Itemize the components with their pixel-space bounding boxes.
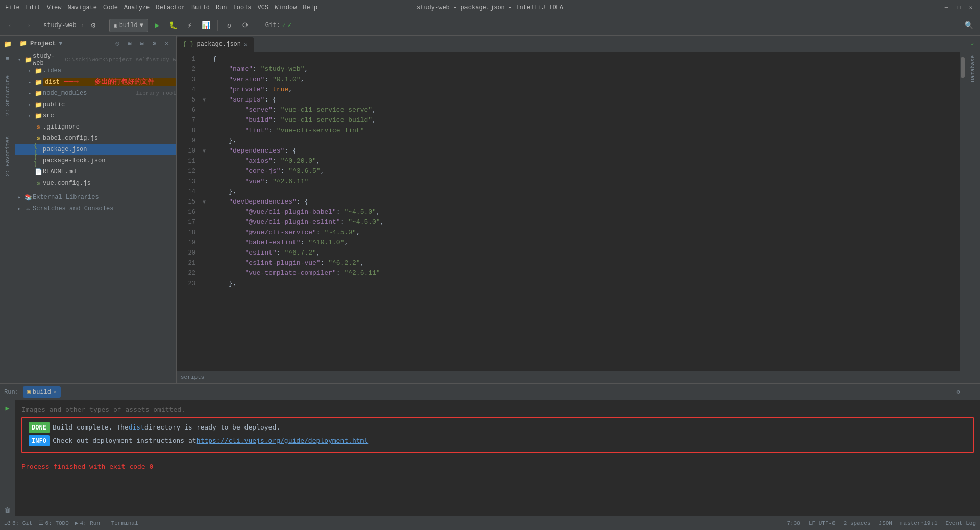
menu-edit[interactable]: Edit [26,4,41,11]
fold-10[interactable]: ▼ [200,146,209,156]
fold-13[interactable] [200,176,209,187]
menu-window[interactable]: Window [275,4,297,11]
settings-button[interactable]: ⚙ [149,38,160,49]
maximize-button[interactable]: □ [954,4,963,12]
fold-5[interactable]: ▼ [200,95,209,105]
profile-button[interactable]: 📊 [199,18,213,33]
fold-18[interactable] [200,228,209,238]
database-icon[interactable]: ✓ [966,38,979,51]
close-button[interactable]: ✕ [967,4,975,12]
tree-readme[interactable]: ▸ 📄 README.md [15,166,176,178]
menu-file[interactable]: File [5,4,20,11]
tree-gitignore[interactable]: ▸ ⚙ .gitignore [15,121,176,133]
fold-17[interactable] [200,217,209,228]
fold-12[interactable] [200,166,209,176]
project-icon[interactable]: 📁 [1,38,14,51]
fold-11[interactable] [200,156,209,166]
fold-1[interactable] [200,54,209,64]
tree-src[interactable]: ▸ 📁 src [15,110,176,121]
run-button[interactable]: ▶ [150,18,164,33]
terminal-status-item[interactable]: _ Terminal [106,520,138,526]
tree-public[interactable]: ▸ 📁 public [15,99,176,110]
tree-root[interactable]: ▾ 📁 study-web C:\sckj\work\project-self\… [15,54,176,65]
fold-16[interactable] [200,207,209,217]
tree-scratches[interactable]: ▸ ✏ Scratches and Consoles [15,203,176,214]
run-tab-close[interactable]: ✕ [53,389,57,395]
run-tab-build[interactable]: ▣ build ✕ [23,386,61,398]
database-label[interactable]: Database [969,51,977,86]
toolbar-settings[interactable]: ⚙ [86,18,101,33]
fold-2[interactable] [200,64,209,74]
fold-21[interactable] [200,258,209,268]
info-text: Check out deployment instructions at [53,436,197,446]
menu-vcs[interactable]: VCS [258,4,269,11]
output-spacer [21,456,974,462]
run-status-item[interactable]: ▶ 4: Run [75,520,100,526]
code-line-20: "eslint": "^6.7.2", [213,248,961,258]
expand-all-button[interactable]: ⊞ [124,38,135,49]
fold-15[interactable]: ▼ [200,197,209,207]
tab-json-icon: { } [183,41,194,48]
search-everywhere-button[interactable]: 🔍 [962,18,976,33]
run-clear-button[interactable]: 🗑 [2,504,13,516]
menu-analyze[interactable]: Analyze [124,4,150,11]
menubar[interactable]: File Edit View Navigate Code Analyze Ref… [5,4,317,11]
tree-vue-config[interactable]: ▸ ⚙ vue.config.js [15,178,176,189]
git-status-item[interactable]: ⎇ 6: Git [4,520,33,526]
menu-run[interactable]: Run [216,4,227,11]
fold-20[interactable] [200,248,209,258]
back-button[interactable]: ← [4,18,18,33]
fold-3[interactable] [200,74,209,85]
favorites-label[interactable]: 2: Favorites [4,132,12,181]
menu-tools[interactable]: Tools [233,4,252,11]
fold-22[interactable] [200,268,209,279]
tree-dist[interactable]: ▸ 📁 dist ——→ 多出的打包好的文件 [15,77,176,88]
fold-7[interactable] [200,115,209,125]
code-editor[interactable]: 1 2 3 4 5 6 7 8 9 10 11 12 13 14 15 16 1… [177,52,965,371]
fold-8[interactable] [200,125,209,136]
scrollbar-thumb[interactable] [961,57,965,78]
fold-23[interactable] [200,279,209,289]
structure-icon[interactable]: ≡ [1,52,14,65]
event-log-label[interactable]: Event Log [946,520,976,526]
fold-14[interactable] [200,187,209,197]
run-minimize-button[interactable]: ─ [965,387,976,398]
tab-package-json[interactable]: { } package.json ✕ [177,37,254,52]
menu-help[interactable]: Help [303,4,317,11]
code-line-18: "@vue/cli-service": "~4.5.0", [213,228,961,238]
menu-view[interactable]: View [47,4,62,11]
panel-close-button[interactable]: ✕ [161,38,172,49]
tree-node-modules[interactable]: ▸ 📁 node_modules library root [15,88,176,99]
fold-6[interactable] [200,105,209,115]
window-controls[interactable]: ─ □ ✕ [942,4,975,12]
code-content[interactable]: { "name": "study-web", "version": "0.1.0… [209,52,965,371]
menu-navigate[interactable]: Navigate [67,4,97,11]
debug-button[interactable]: 🐛 [166,18,181,33]
fold-4[interactable] [200,85,209,95]
tree-package-lock[interactable]: ▸ { } package-lock.json [15,155,176,166]
menu-refactor[interactable]: Refactor [156,4,185,11]
tab-close-button[interactable]: ✕ [244,41,248,48]
coverage-button[interactable]: ⚡ [183,18,197,33]
build-dropdown[interactable]: ▣ build ▼ [109,19,148,32]
locate-button[interactable]: ◎ [112,38,123,49]
run-play-button[interactable]: ▶ [2,402,13,414]
public-label: public [43,101,176,108]
menu-build[interactable]: Build [191,4,210,11]
menu-code[interactable]: Code [103,4,118,11]
fold-19[interactable] [200,238,209,248]
update-button[interactable]: ↻ [222,18,236,33]
structure-label[interactable]: 2: Structure [4,71,12,120]
ln-2: 2 [181,64,195,74]
collapse-all-button[interactable]: ⊟ [136,38,148,49]
info-link[interactable]: https://cli.vuejs.org/guide/deployment.h… [197,436,369,446]
tree-external-libs[interactable]: ▸ 📚 External Libraries [15,192,176,203]
todo-status-item[interactable]: ☰ 6: TODO [39,520,69,526]
minimize-button[interactable]: ─ [942,4,950,12]
sync-button[interactable]: ⟳ [238,18,253,33]
forward-button[interactable]: → [20,18,35,33]
run-settings-button[interactable]: ⚙ [952,387,964,398]
fold-9[interactable] [200,136,209,146]
tree-idea[interactable]: ▸ 📁 .idea [15,65,176,77]
scrollbar-vertical[interactable] [960,52,965,371]
